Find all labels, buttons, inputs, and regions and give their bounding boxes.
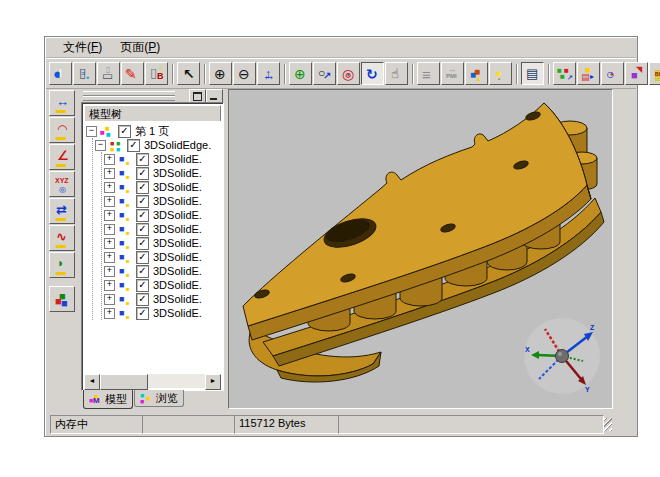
visibility-checkbox[interactable]: ✓	[136, 279, 149, 292]
tree-row[interactable]: +■■✓3DSolidE.	[102, 222, 221, 236]
panel-float-button[interactable]	[189, 89, 206, 103]
assembly-tools-button[interactable]: ■■■↗	[553, 62, 576, 85]
expand-box-icon[interactable]: +	[104, 266, 115, 277]
tree-row[interactable]: +■■✓3DSolidE.	[102, 180, 221, 194]
annotate-button[interactable]: ✎	[121, 62, 144, 85]
expand-box-icon[interactable]: +	[104, 294, 115, 305]
scroll-left-arrow-icon[interactable]: ◄	[84, 374, 100, 390]
tree-item-label[interactable]: 3DSolidE.	[153, 237, 202, 249]
zoom-out-button[interactable]: ⊖	[233, 62, 256, 85]
expand-box-icon[interactable]: +	[104, 224, 115, 235]
scrollbar-track[interactable]	[148, 374, 205, 388]
tree-horizontal-scrollbar[interactable]: ◄ ►	[84, 374, 221, 388]
tree-item-label[interactable]: 3DSolidE.	[153, 279, 202, 291]
3d-viewport[interactable]: Z X Y	[228, 89, 613, 409]
tree-item-label[interactable]: 3DSolidE.	[153, 167, 202, 179]
solid-view-button[interactable]: ■◥	[625, 62, 648, 85]
tree-item-label[interactable]: 3DSolidE.	[153, 223, 202, 235]
visibility-checkbox[interactable]: ✓	[136, 265, 149, 278]
tab-model[interactable]: ■■M模型	[83, 390, 133, 409]
measure-radius-button[interactable]: ◠▬	[49, 117, 75, 143]
measure-length-button[interactable]: ↔▬	[49, 90, 75, 116]
tree-row[interactable]: +■■✓3DSolidE.	[102, 194, 221, 208]
tab-browse[interactable]: ■■■浏览	[134, 390, 184, 407]
tree-row[interactable]: +■■✓3DSolidE.	[102, 264, 221, 278]
print-button[interactable]: ▭▯	[97, 62, 120, 85]
view-cube-button[interactable]: ■■▲	[465, 62, 488, 85]
zoom-in-button[interactable]: ⊕	[209, 62, 232, 85]
print-preview-button[interactable]: ▯≡●	[73, 62, 96, 85]
tree-item-label[interactable]: 第 1 页	[135, 124, 169, 139]
tree-row[interactable]: +■■✓3DSolidE.	[102, 208, 221, 222]
panel-hide-button[interactable]	[206, 89, 223, 103]
zoom-window-button[interactable]: ⊕	[289, 62, 312, 85]
export-document-button[interactable]: ▯B●	[145, 62, 168, 85]
visibility-checkbox[interactable]: ✓	[136, 237, 149, 250]
tree-row[interactable]: +■■✓3DSolidE.	[102, 152, 221, 166]
zoom-dynamic-button[interactable]: ○↗	[313, 62, 336, 85]
tree-row[interactable]: +■■✓3DSolidE.	[102, 166, 221, 180]
collapse-box-icon[interactable]: −	[95, 140, 106, 151]
expand-box-icon[interactable]: +	[104, 308, 115, 319]
measure-distance-button[interactable]: ⇄▬	[49, 198, 75, 224]
tree-row[interactable]: +■■✓3DSolidE.	[102, 292, 221, 306]
menu-page[interactable]: 页面(P)	[111, 38, 169, 57]
pan-hand-button[interactable]: ☝	[385, 62, 408, 85]
visibility-checkbox[interactable]: ✓	[136, 251, 149, 264]
info-button[interactable]: ●i	[49, 62, 72, 85]
coordinate-xyz-button[interactable]: XYZ◎	[49, 171, 75, 197]
view-capture-button[interactable]: ■▤▸	[577, 62, 600, 85]
visibility-checkbox[interactable]: ✓	[136, 223, 149, 236]
tree-row[interactable]: +■■✓3DSolidE.	[102, 236, 221, 250]
expand-box-icon[interactable]: +	[104, 238, 115, 249]
visibility-checkbox[interactable]: ✓	[136, 181, 149, 194]
tree-item-label[interactable]: 3DSolidE.	[153, 153, 202, 165]
pan-move-button[interactable]: ↔↕	[257, 62, 280, 85]
expand-box-icon[interactable]: +	[104, 154, 115, 165]
visibility-checkbox[interactable]: ✓	[136, 167, 149, 180]
expand-box-icon[interactable]: +	[104, 252, 115, 263]
visibility-checkbox[interactable]: ✓	[136, 307, 149, 320]
drawing-notes-button[interactable]: ▤	[521, 62, 544, 85]
tree-item-label[interactable]: 3DSolidE.	[153, 265, 202, 277]
orbit-animation-button[interactable]: ○●	[601, 62, 624, 85]
tree-item-label[interactable]: 3DSolidE.	[153, 251, 202, 263]
pmi-button[interactable]: ↔PMI	[441, 62, 464, 85]
tree-item-label[interactable]: 3DSolidE.	[153, 181, 202, 193]
tree-row[interactable]: +■■✓3DSolidE.	[102, 278, 221, 292]
menu-file[interactable]: 文件(F)	[54, 38, 111, 57]
visibility-checkbox[interactable]: ✓	[118, 125, 131, 138]
expand-box-icon[interactable]: +	[104, 280, 115, 291]
measure-angle-button[interactable]: ∠▬	[49, 144, 75, 170]
rotate-view-button[interactable]: ↻	[361, 62, 384, 85]
visibility-checkbox[interactable]: ✓	[127, 139, 140, 152]
render-mode-button[interactable]: ◎●	[337, 62, 360, 85]
panel-gripper[interactable]	[81, 89, 224, 101]
lightbulb-button[interactable]: ●▪	[489, 62, 512, 85]
tree-item-label[interactable]: 3DSolidE.	[153, 307, 202, 319]
tree-row[interactable]: +■■✓3DSolidE.	[102, 250, 221, 264]
tree-item-label[interactable]: 3DSolidE.	[153, 293, 202, 305]
tree-row[interactable]: −■■■✓第 1 页	[84, 124, 221, 138]
expand-box-icon[interactable]: +	[104, 168, 115, 179]
expand-box-icon[interactable]: +	[104, 196, 115, 207]
visibility-checkbox[interactable]: ✓	[136, 209, 149, 222]
scrollbar-thumb[interactable]	[100, 374, 148, 390]
solid-properties-button[interactable]: ■■■	[49, 286, 75, 312]
expand-box-icon[interactable]: +	[104, 182, 115, 193]
scroll-right-arrow-icon[interactable]: ►	[205, 374, 221, 390]
tree-row[interactable]: −■■■■✓3DSolidEdge.	[93, 138, 221, 152]
tree-item-label[interactable]: 3DSolidE.	[153, 209, 202, 221]
visibility-checkbox[interactable]: ✓	[136, 153, 149, 166]
visibility-checkbox[interactable]: ✓	[136, 195, 149, 208]
measure-area-button[interactable]: ◗▬	[49, 252, 75, 278]
visibility-checkbox[interactable]: ✓	[136, 293, 149, 306]
tree-row[interactable]: +■■✓3DSolidE.	[102, 306, 221, 320]
collapse-box-icon[interactable]: −	[86, 126, 97, 137]
tree-item-label[interactable]: 3DSolidE.	[153, 195, 202, 207]
layers-button[interactable]: ≡	[417, 62, 440, 85]
bom-button[interactable]: ▦BOM	[649, 62, 660, 85]
select-button[interactable]: ↖	[177, 62, 200, 85]
expand-box-icon[interactable]: +	[104, 210, 115, 221]
tree-item-label[interactable]: 3DSolidEdge.	[144, 139, 211, 151]
